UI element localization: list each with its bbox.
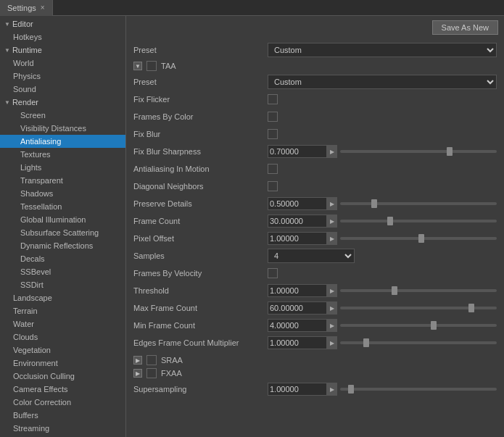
threshold-input[interactable]: [268, 284, 327, 297]
threshold-slider[interactable]: [340, 289, 497, 292]
preset-control: Custom: [268, 43, 497, 57]
edges-frame-count-row: Edges Frame Count Multiplier ▶: [133, 335, 497, 351]
supersampling-spinner[interactable]: ▶: [327, 383, 337, 396]
sidebar-item-label: Vegetation: [13, 346, 51, 354]
supersampling-input[interactable]: [268, 383, 327, 396]
sidebar-item-ssbevel[interactable]: SSBevel: [0, 265, 125, 278]
sraa-title: SRAA: [161, 356, 183, 365]
sidebar-item-decals[interactable]: Decals: [0, 252, 125, 265]
edges-frame-count-input[interactable]: [268, 336, 327, 349]
save-new-button[interactable]: Save As New: [432, 20, 498, 35]
sidebar-item-render[interactable]: ▼Render: [0, 96, 125, 109]
sidebar-item-dynamic-reflections[interactable]: Dynamic Reflections: [0, 239, 125, 252]
preserve-details-row: Preserve Details ▶: [133, 196, 497, 212]
max-frame-count-input[interactable]: [268, 301, 327, 315]
min-frame-count-input[interactable]: [268, 319, 327, 332]
sidebar-item-landscape[interactable]: Landscape: [0, 291, 125, 304]
sidebar-item-textures[interactable]: Textures: [0, 148, 125, 161]
sidebar-item-label: Global Illumination: [20, 215, 86, 224]
settings-tab[interactable]: Settings ×: [0, 0, 53, 16]
sidebar-item-tessellation[interactable]: Tessellation: [0, 200, 125, 213]
fix-blur-sharpness-slider[interactable]: [340, 150, 497, 153]
taa-toggle[interactable]: ▼: [133, 62, 142, 70]
threshold-spinner[interactable]: ▶: [327, 284, 337, 297]
taa-preset-dropdown[interactable]: Custom: [268, 75, 497, 89]
threshold-input-group: ▶: [268, 284, 337, 297]
sidebar-item-water[interactable]: Water: [0, 317, 125, 330]
sidebar-item-shadows[interactable]: Shadows: [0, 187, 125, 200]
fix-blur-sharpness-spinner[interactable]: ▶: [327, 145, 337, 158]
sidebar-item-sound[interactable]: Sound: [0, 83, 125, 96]
sidebar-item-subsurface-scattering[interactable]: Subsurface Scattering: [0, 226, 125, 239]
close-tab-icon[interactable]: ×: [41, 4, 45, 12]
sidebar-item-global-illumination[interactable]: Global Illumination: [0, 213, 125, 226]
sidebar-item-transparent[interactable]: Transparent: [0, 174, 125, 187]
supersampling-slider[interactable]: [340, 388, 497, 391]
frames-by-velocity-row: Frames By Velocity: [133, 265, 497, 281]
preserve-details-slider[interactable]: [340, 202, 497, 205]
frame-count-slider[interactable]: [340, 220, 497, 222]
frame-count-input[interactable]: [268, 215, 327, 228]
preserve-details-input[interactable]: [268, 197, 327, 210]
sraa-section-header: ▶ SRAA: [133, 355, 497, 365]
frames-by-velocity-checkbox[interactable]: [268, 268, 278, 278]
max-frame-count-control: ▶: [268, 301, 497, 315]
taa-preset-control: Custom: [268, 75, 497, 89]
sidebar-item-environment[interactable]: Environment: [0, 357, 125, 370]
min-frame-count-spinner[interactable]: ▶: [327, 319, 337, 332]
frames-by-color-checkbox[interactable]: [268, 112, 278, 122]
sidebar-item-label: Runtime: [12, 46, 42, 54]
sidebar-item-antialiasing[interactable]: Antialiasing: [0, 135, 125, 148]
fxaa-checkbox[interactable]: [146, 368, 157, 378]
sidebar-item-clouds[interactable]: Clouds: [0, 330, 125, 344]
sidebar-item-label: SSBevel: [20, 267, 51, 276]
preserve-details-spinner[interactable]: ▶: [327, 197, 337, 210]
frames-by-color-control: [268, 112, 497, 122]
min-frame-count-label: Min Frame Count: [133, 321, 268, 330]
min-frame-count-thumb: [431, 321, 437, 330]
preset-dropdown[interactable]: Custom: [268, 43, 497, 57]
sidebar-item-ssdirt[interactable]: SSDirt: [0, 278, 125, 291]
sidebar-item-color-correction[interactable]: Color Correction: [0, 396, 125, 409]
min-frame-count-input-group: ▶: [268, 319, 337, 332]
sidebar-item-occlusion-culling[interactable]: Occlusion Culling: [0, 370, 125, 383]
sidebar-item-physics[interactable]: Physics: [0, 70, 125, 83]
fix-blur-sharpness-input[interactable]: [268, 145, 327, 158]
sraa-toggle[interactable]: ▶: [133, 356, 142, 365]
max-frame-count-slider[interactable]: [340, 307, 497, 309]
diagonal-neighbors-checkbox[interactable]: [268, 181, 278, 191]
sidebar-item-hotkeys[interactable]: Hotkeys: [0, 30, 125, 43]
sidebar-item-streaming[interactable]: Streaming: [0, 422, 125, 435]
taa-checkbox[interactable]: [146, 61, 157, 71]
sidebar-item-vegetation[interactable]: Vegetation: [0, 344, 125, 357]
min-frame-count-slider[interactable]: [340, 324, 497, 327]
fix-flicker-checkbox[interactable]: [268, 94, 278, 104]
pixel-offset-spinner[interactable]: ▶: [327, 232, 337, 245]
sidebar-item-terrain[interactable]: Terrain: [0, 304, 125, 317]
fxaa-toggle[interactable]: ▶: [133, 369, 142, 378]
sidebar-item-camera-effects[interactable]: Camera Effects: [0, 383, 125, 396]
samples-dropdown[interactable]: 4: [268, 249, 355, 263]
frame-count-spinner[interactable]: ▶: [327, 215, 337, 228]
sidebar-item-editor[interactable]: ▼Editor: [0, 17, 125, 30]
threshold-label: Threshold: [133, 286, 268, 295]
pixel-offset-slider[interactable]: [340, 237, 497, 240]
sidebar-item-screen[interactable]: Screen: [0, 109, 125, 122]
sraa-checkbox[interactable]: [146, 355, 157, 365]
max-frame-count-spinner[interactable]: ▶: [327, 301, 337, 315]
sidebar-item-label: Dynamic Reflections: [20, 241, 93, 250]
antialiasing-in-motion-checkbox[interactable]: [268, 164, 278, 174]
fix-blur-checkbox[interactable]: [268, 129, 278, 139]
pixel-offset-input[interactable]: [268, 232, 327, 245]
sidebar-item-lights[interactable]: Lights: [0, 161, 125, 174]
tab-bar: Settings ×: [0, 0, 504, 16]
sidebar-item-visibility-distances[interactable]: Visibility Distances: [0, 122, 125, 135]
sidebar-item-world[interactable]: World: [0, 57, 125, 70]
edges-frame-count-slider[interactable]: [340, 341, 497, 344]
sidebar-item-label: World: [13, 59, 34, 67]
frame-count-input-group: ▶: [268, 215, 337, 228]
sidebar-item-buffers[interactable]: Buffers: [0, 409, 125, 422]
edges-frame-count-spinner[interactable]: ▶: [327, 336, 337, 349]
sidebar-item-runtime[interactable]: ▼Runtime: [0, 43, 125, 57]
frames-by-color-label: Frames By Color: [133, 112, 268, 121]
